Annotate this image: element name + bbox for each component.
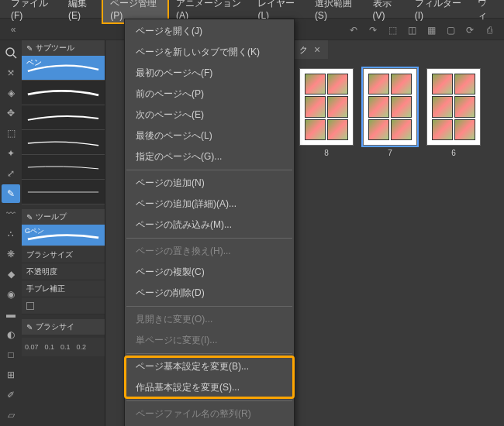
- menu-to-single: 単ページに変更(I)...: [125, 330, 294, 351]
- subtool-brush-4[interactable]: [22, 130, 105, 155]
- brushsize-header: ✎ ブラシサイ: [22, 319, 105, 335]
- separator: [126, 170, 292, 170]
- menu-change-page-settings[interactable]: ページ基本設定を変更(B)...: [125, 356, 294, 377]
- marquee-icon[interactable]: ⬚: [384, 22, 401, 39]
- separator: [126, 306, 292, 307]
- thumb-page-6[interactable]: 6: [426, 68, 481, 157]
- separator: [126, 353, 292, 354]
- brushsize-title: ブラシサイ: [36, 321, 74, 332]
- menu-first-page[interactable]: 最初のページへ(F): [125, 63, 294, 84]
- prop-opacity[interactable]: 不透明度: [22, 263, 105, 280]
- menu-change-work-settings[interactable]: 作品基本設定を変更(S)...: [125, 377, 294, 398]
- subtool-pen[interactable]: ペン: [22, 56, 105, 81]
- marquee-tool-icon[interactable]: ⬚: [2, 124, 20, 143]
- page-thumbnails: 8 7 6: [299, 68, 481, 157]
- menu-add-page[interactable]: ページの追加(N): [125, 173, 294, 194]
- ruler-tick: 0.2: [77, 343, 87, 351]
- subtool-header: ✎ サブツール: [22, 40, 105, 56]
- tab-doc[interactable]: ク ×: [292, 40, 328, 59]
- airbrush-tool-icon[interactable]: ∴: [2, 225, 20, 243]
- menu-add-page-detail[interactable]: ページの追加(詳細)(A)...: [125, 194, 294, 215]
- pen-icon: ✎: [26, 213, 33, 222]
- subtool-title: サブツール: [36, 43, 74, 53]
- menu-open-new-tab[interactable]: ページを新しいタブで開く(K): [125, 42, 294, 63]
- brush-tool-icon[interactable]: 〰: [2, 204, 20, 223]
- ruler-tick: 0.1: [45, 343, 55, 351]
- close-icon[interactable]: ×: [314, 43, 320, 56]
- ruler-tick: 0.1: [60, 343, 71, 351]
- balloon-tool-icon[interactable]: ✐: [2, 386, 20, 404]
- prop-brushsize[interactable]: ブラシサイズ: [22, 246, 105, 263]
- menu-edit[interactable]: 編集(E): [60, 0, 102, 23]
- prop-extra[interactable]: [22, 297, 105, 314]
- brush-preview: Gペン: [22, 225, 105, 246]
- redo-icon[interactable]: ↷: [364, 22, 381, 39]
- menu-next-page[interactable]: 次のページへ(E): [125, 105, 294, 125]
- menu-file[interactable]: ファイル(F): [3, 0, 60, 23]
- menu-view[interactable]: 表示(V): [365, 0, 407, 23]
- ruler-tool-icon[interactable]: ▱: [2, 406, 20, 424]
- subtool-brush-6[interactable]: [22, 180, 105, 204]
- menu-last-page[interactable]: 最後のページへ(L): [125, 125, 294, 146]
- gradient-tool-icon[interactable]: ◐: [2, 325, 20, 344]
- undo-icon[interactable]: ↶: [345, 22, 362, 39]
- save-icon[interactable]: ▦: [423, 22, 440, 39]
- pen-tool-icon[interactable]: ✎: [2, 184, 20, 203]
- chevron-left-icon[interactable]: «: [5, 21, 22, 38]
- thumb-num: 7: [388, 149, 392, 157]
- separator: [126, 400, 292, 401]
- menu-align-filenames: ページファイル名の整列(R): [125, 404, 294, 424]
- toolprops-title: ツールプ: [36, 211, 67, 222]
- toolbar-right: ↶ ↷ ⬚ ◫ ▦ ▢ ⟳ ⎙: [345, 22, 498, 39]
- menu-delete-page[interactable]: ページの削除(D): [125, 283, 294, 304]
- tab-label: ク: [299, 44, 308, 56]
- thumb-num: 8: [324, 149, 329, 157]
- checkbox-icon[interactable]: [26, 302, 34, 310]
- menu-goto-page[interactable]: 指定のページへ(G)...: [125, 146, 294, 167]
- frame-tool-icon[interactable]: ⊞: [2, 366, 20, 384]
- figure-tool-icon[interactable]: □: [2, 345, 20, 364]
- blend-tool-icon[interactable]: ◉: [2, 285, 20, 304]
- subtool-brush-2[interactable]: [22, 81, 105, 105]
- page-manage-dropdown: ページを開く(J) ページを新しいタブで開く(K) 最初のページへ(F) 前のペ…: [124, 19, 295, 426]
- thumb-num: 6: [451, 149, 456, 157]
- fill-tool-icon[interactable]: ▬: [2, 305, 20, 324]
- menu-to-spread: 見開きに変更(O)...: [125, 309, 294, 330]
- brushsize-ruler[interactable]: 0.07 0.1 0.1 0.2: [22, 338, 105, 356]
- subtool-panel: ✎ サブツール ペン ✎ ツールプ Gペン ブラシサイズ 不透明度 手ブレ補正: [22, 40, 105, 426]
- toolprops-header: ✎ ツールプ: [22, 209, 105, 225]
- prop-stabilize[interactable]: 手ブレ補正: [22, 280, 105, 297]
- page-tabs: ク ×: [292, 40, 328, 59]
- menu-selection[interactable]: 選択範囲(S): [307, 0, 365, 23]
- subtool-list: ペン: [22, 56, 105, 204]
- menu-prev-page[interactable]: 前のページへ(P): [125, 84, 294, 105]
- rotate-icon[interactable]: ⟳: [461, 22, 478, 39]
- move-tool-icon[interactable]: ⤧: [2, 64, 20, 82]
- subtool-brush-3[interactable]: [22, 105, 105, 130]
- menu-open-page[interactable]: ページを開く(J): [125, 21, 294, 42]
- menu-import-page[interactable]: ページの読み込み(M)...: [125, 215, 294, 235]
- decoration-tool-icon[interactable]: ❋: [2, 245, 20, 263]
- operation-tool-icon[interactable]: ◈: [2, 84, 20, 102]
- eyedropper-tool-icon[interactable]: ⤢: [2, 164, 20, 183]
- separator: [126, 238, 292, 239]
- print-icon[interactable]: ⎙: [481, 22, 498, 39]
- thumb-page-7[interactable]: 7: [363, 68, 417, 157]
- menu-filter[interactable]: フィルター(I): [407, 0, 470, 23]
- ruler-tick: 0.07: [25, 343, 39, 351]
- canvas-icon[interactable]: ▢: [442, 22, 459, 39]
- highlight-box: ページ基本設定を変更(B)... 作品基本設定を変更(S)...: [125, 356, 294, 398]
- pen-icon: ✎: [26, 323, 33, 332]
- move-layer-tool-icon[interactable]: ✥: [2, 104, 20, 122]
- magnify-tool-icon[interactable]: [2, 43, 20, 62]
- eraser-tool-icon[interactable]: ◆: [2, 265, 20, 283]
- menu-duplicate-page[interactable]: ページの複製(C): [125, 262, 294, 283]
- svg-point-0: [6, 48, 14, 56]
- menu-window[interactable]: ウィ: [470, 0, 501, 25]
- wand-tool-icon[interactable]: ✦: [2, 144, 20, 163]
- subtool-brush-5[interactable]: [22, 155, 105, 180]
- thumb-page-8[interactable]: 8: [299, 68, 354, 157]
- deselect-icon[interactable]: ◫: [403, 22, 420, 39]
- menubar: ファイル(F) 編集(E) ページ管理(P) アニメーション(A) レイヤー(L…: [0, 0, 504, 19]
- tool-strip: ⤧ ◈ ✥ ⬚ ✦ ⤢ ✎ 〰 ∴ ❋ ◆ ◉ ▬ ◐ □ ⊞ ✐ ▱: [0, 40, 22, 426]
